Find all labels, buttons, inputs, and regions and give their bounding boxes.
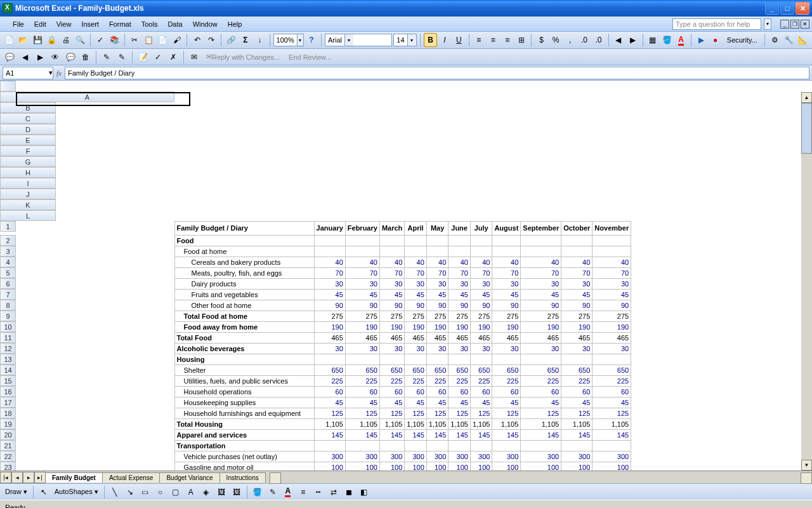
cell-data[interactable]: 100 <box>593 462 631 471</box>
cell-data[interactable]: 465 <box>593 332 631 343</box>
row-header-16[interactable]: 16 <box>0 386 16 397</box>
cell-data[interactable]: 1,105 <box>345 418 379 429</box>
cell-data[interactable]: 225 <box>345 375 379 386</box>
prev-comment-button[interactable]: ◀ <box>18 50 32 64</box>
cell-data[interactable]: 1,105 <box>449 418 471 429</box>
cell-data[interactable] <box>561 246 593 257</box>
cell-data[interactable]: 650 <box>449 364 471 375</box>
cell-data[interactable]: 650 <box>405 364 427 375</box>
col-header-E[interactable]: E <box>0 135 56 145</box>
cell-data[interactable] <box>379 246 404 257</box>
cell-data[interactable]: 300 <box>426 451 449 462</box>
cell-data[interactable]: 100 <box>492 462 521 471</box>
cell-label[interactable]: Utilities, fuels, and public services <box>174 375 314 386</box>
cell-data[interactable]: 60 <box>521 386 561 397</box>
cell-data[interactable]: 70 <box>470 267 492 278</box>
cell-data[interactable]: 225 <box>379 375 404 386</box>
fill-color-button[interactable]: 🪣 <box>660 33 673 47</box>
percent-button[interactable]: % <box>549 33 562 47</box>
cell-data[interactable]: 40 <box>593 257 631 267</box>
cell-data[interactable]: 30 <box>426 343 449 354</box>
currency-button[interactable]: $ <box>535 33 547 47</box>
cell-data[interactable]: 145 <box>593 429 631 440</box>
cell-data[interactable]: 190 <box>314 321 345 332</box>
cell-data[interactable]: 40 <box>449 257 471 267</box>
cell-data[interactable]: 465 <box>345 332 379 343</box>
cell-data[interactable]: 650 <box>561 364 593 375</box>
cell-data[interactable]: 125 <box>492 408 521 418</box>
open-button[interactable]: 📂 <box>16 33 29 47</box>
cell-label[interactable]: Housekeeping supplies <box>174 397 314 408</box>
cell-data[interactable]: 275 <box>379 311 404 321</box>
cell-data[interactable] <box>593 235 631 246</box>
cell-data[interactable]: 45 <box>561 397 593 408</box>
font-color-button[interactable]: A <box>674 33 687 47</box>
cell-month-header[interactable]: June <box>449 221 471 235</box>
increase-indent-button[interactable]: ▶ <box>626 33 639 47</box>
cell-data[interactable]: 190 <box>345 321 379 332</box>
cell-data[interactable] <box>426 440 449 451</box>
oval-button[interactable]: ○ <box>154 485 167 499</box>
cell-data[interactable] <box>379 440 404 451</box>
comma-button[interactable]: , <box>563 33 576 47</box>
cell-data[interactable]: 60 <box>379 386 404 397</box>
cell-data[interactable]: 90 <box>593 300 631 311</box>
clipart-button[interactable]: 🖼 <box>214 485 228 499</box>
cell-data[interactable]: 275 <box>405 311 427 321</box>
cell-data[interactable]: 45 <box>492 397 521 408</box>
menu-file[interactable]: File <box>8 18 29 30</box>
cell-data[interactable]: 60 <box>470 386 492 397</box>
row-header-17[interactable]: 17 <box>0 397 16 408</box>
menu-help[interactable]: Help <box>223 18 247 30</box>
cell-data[interactable]: 650 <box>521 364 561 375</box>
row-header-2[interactable]: 2 <box>0 235 16 246</box>
cell-label[interactable]: Shelter <box>174 364 314 375</box>
cell-month-header[interactable]: August <box>492 221 521 235</box>
cell-data[interactable] <box>449 440 471 451</box>
cell-data[interactable]: 145 <box>470 429 492 440</box>
cell-data[interactable]: 275 <box>593 311 631 321</box>
cell-data[interactable]: 45 <box>449 397 471 408</box>
cell-data[interactable]: 1,105 <box>405 418 427 429</box>
cell-data[interactable] <box>492 246 521 257</box>
autosum-button[interactable]: Σ <box>239 33 252 47</box>
cell-data[interactable]: 30 <box>449 343 471 354</box>
cell-data[interactable]: 100 <box>449 462 471 471</box>
sort-button[interactable]: ↓ <box>253 33 266 47</box>
col-header-J[interactable]: J <box>0 189 56 199</box>
cell-data[interactable]: 125 <box>593 408 631 418</box>
cell-data[interactable]: 1,105 <box>426 418 449 429</box>
align-center-button[interactable]: ≡ <box>487 33 499 47</box>
cell-label[interactable]: Total Food <box>174 332 314 343</box>
line-style-button[interactable]: ≡ <box>296 485 310 499</box>
col-header-K[interactable]: K <box>0 199 56 210</box>
cell-data[interactable]: 100 <box>379 462 404 471</box>
cell-data[interactable]: 100 <box>470 462 492 471</box>
col-header-B[interactable]: B <box>0 102 56 113</box>
cell-data[interactable]: 40 <box>379 257 404 267</box>
cell-month-header[interactable]: March <box>379 221 404 235</box>
vba-button[interactable]: ⚙ <box>768 33 781 47</box>
row-header-13[interactable]: 13 <box>0 354 16 364</box>
cell-data[interactable]: 190 <box>379 321 404 332</box>
cell-data[interactable]: 45 <box>521 289 561 300</box>
sheet-tab-actual-expense[interactable]: Actual Expense <box>102 472 160 483</box>
dash-style-button[interactable]: ┅ <box>311 485 325 499</box>
cell-data[interactable]: 190 <box>470 321 492 332</box>
cell-data[interactable]: 100 <box>345 462 379 471</box>
cell-data[interactable]: 30 <box>314 343 345 354</box>
row-header-22[interactable]: 22 <box>0 451 16 462</box>
cell-data[interactable]: 650 <box>345 364 379 375</box>
row-header-3[interactable]: 3 <box>0 246 16 257</box>
wordart-button[interactable]: A <box>184 485 198 499</box>
cell-data[interactable]: 30 <box>379 343 404 354</box>
next-comment-button[interactable]: ▶ <box>33 50 47 64</box>
help-button[interactable]: ? <box>305 33 318 47</box>
cell-label[interactable]: Dairy products <box>174 278 314 289</box>
cell-data[interactable] <box>449 246 471 257</box>
ink-button[interactable]: ✎ <box>100 50 114 64</box>
cell-data[interactable]: 70 <box>405 267 427 278</box>
cell-data[interactable]: 190 <box>492 321 521 332</box>
cell-label[interactable]: Housing <box>174 354 314 364</box>
cell-data[interactable]: 30 <box>405 278 427 289</box>
